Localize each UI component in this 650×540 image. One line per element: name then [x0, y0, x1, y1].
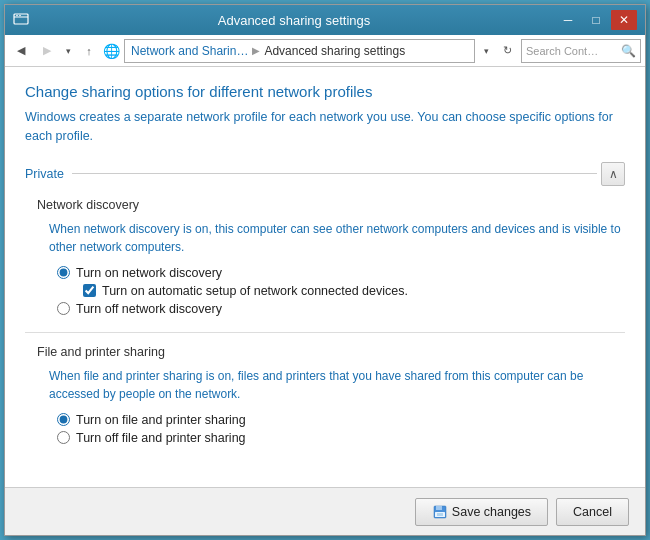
content-area: Change sharing options for different net…	[5, 67, 645, 487]
restore-button[interactable]: □	[583, 10, 609, 30]
nd-desc-link: network	[80, 240, 122, 254]
fp-option1-label: Turn on file and printer sharing	[76, 413, 246, 427]
private-section-title: Private	[25, 167, 64, 181]
description-link: You can choose specific options for	[417, 110, 613, 124]
breadcrumb-part1[interactable]: Network and Sharin…	[131, 44, 248, 58]
nd-option1[interactable]: Turn on network discovery	[57, 266, 625, 280]
nd-option1-label: Turn on network discovery	[76, 266, 222, 280]
svg-rect-5	[436, 506, 442, 510]
save-label: Save changes	[452, 505, 531, 519]
svg-rect-7	[437, 513, 443, 516]
private-section-header: Private ∧	[25, 162, 625, 186]
forward-button[interactable]: ▶	[35, 39, 59, 63]
refresh-button[interactable]: ↻	[495, 39, 519, 63]
title-bar-controls: ─ □ ✕	[555, 10, 637, 30]
nd-suboption-label: Turn on automatic setup of network conne…	[102, 284, 408, 298]
cancel-button[interactable]: Cancel	[556, 498, 629, 526]
nd-desc-end: computers.	[125, 240, 184, 254]
chevron-icon: ∧	[609, 167, 618, 181]
save-icon	[432, 504, 448, 520]
file-printer-sharing-subsection: File and printer sharing When file and p…	[37, 345, 625, 445]
network-breadcrumb-icon: 🌐	[103, 43, 120, 59]
page-heading: Change sharing options for different net…	[25, 83, 625, 100]
file-printer-description: When file and printer sharing is on, fil…	[49, 367, 625, 403]
nd-option2[interactable]: Turn off network discovery	[57, 302, 625, 316]
footer: Save changes Cancel	[5, 487, 645, 535]
svg-point-2	[16, 14, 18, 16]
fp-option2[interactable]: Turn off file and printer sharing	[57, 431, 625, 445]
section-divider-line	[72, 173, 597, 174]
private-section-chevron[interactable]: ∧	[601, 162, 625, 186]
breadcrumb-dropdown-button[interactable]: ▾	[479, 39, 493, 63]
address-bar: ◀ ▶ ▾ ↑ 🌐 Network and Sharin… ▶ Advanced…	[5, 35, 645, 67]
network-discovery-description: When network discovery is on, this compu…	[49, 220, 625, 256]
page-description: Windows creates a separate network profi…	[25, 108, 625, 146]
description-plain: Windows creates a separate network profi…	[25, 110, 414, 124]
fp-desc-link1: shared	[405, 369, 442, 383]
nd-option2-label: Turn off network discovery	[76, 302, 222, 316]
search-icon[interactable]: 🔍	[621, 44, 636, 58]
network-discovery-options: Turn on network discovery Turn on automa…	[57, 266, 625, 316]
close-button[interactable]: ✕	[611, 10, 637, 30]
file-printer-options: Turn on file and printer sharing Turn of…	[57, 413, 625, 445]
section-divider	[25, 332, 625, 333]
fp-radio2[interactable]	[57, 431, 70, 444]
network-discovery-subsection: Network discovery When network discovery…	[37, 198, 625, 316]
fp-option1[interactable]: Turn on file and printer sharing	[57, 413, 625, 427]
search-placeholder: Search Cont…	[526, 45, 617, 57]
window-icon	[13, 11, 29, 30]
search-box: Search Cont… 🔍	[521, 39, 641, 63]
nd-radio2[interactable]	[57, 302, 70, 315]
title-bar: Advanced sharing settings ─ □ ✕	[5, 5, 645, 35]
nd-checkbox[interactable]	[83, 284, 96, 297]
breadcrumb-part2: Advanced sharing settings	[264, 44, 405, 58]
file-printer-title: File and printer sharing	[37, 345, 625, 359]
save-changes-button[interactable]: Save changes	[415, 498, 548, 526]
up-button[interactable]: ↑	[77, 39, 101, 63]
description-end: each profile.	[25, 129, 93, 143]
nd-radio1[interactable]	[57, 266, 70, 279]
back-button[interactable]: ◀	[9, 39, 33, 63]
breadcrumb-bar: Network and Sharin… ▶ Advanced sharing s…	[124, 39, 475, 63]
main-window: Advanced sharing settings ─ □ ✕ ◀ ▶ ▾ ↑ …	[4, 4, 646, 536]
minimize-button[interactable]: ─	[555, 10, 581, 30]
fp-desc-plain: When file and printer sharing is on, fil…	[49, 369, 401, 383]
window-title: Advanced sharing settings	[33, 13, 555, 28]
svg-point-3	[19, 14, 21, 16]
network-discovery-title: Network discovery	[37, 198, 625, 212]
nd-suboption[interactable]: Turn on automatic setup of network conne…	[83, 284, 625, 298]
breadcrumb-arrow: ▶	[252, 45, 260, 56]
svg-rect-0	[14, 14, 28, 24]
dropdown-button[interactable]: ▾	[61, 39, 75, 63]
fp-option2-label: Turn off file and printer sharing	[76, 431, 246, 445]
fp-radio1[interactable]	[57, 413, 70, 426]
